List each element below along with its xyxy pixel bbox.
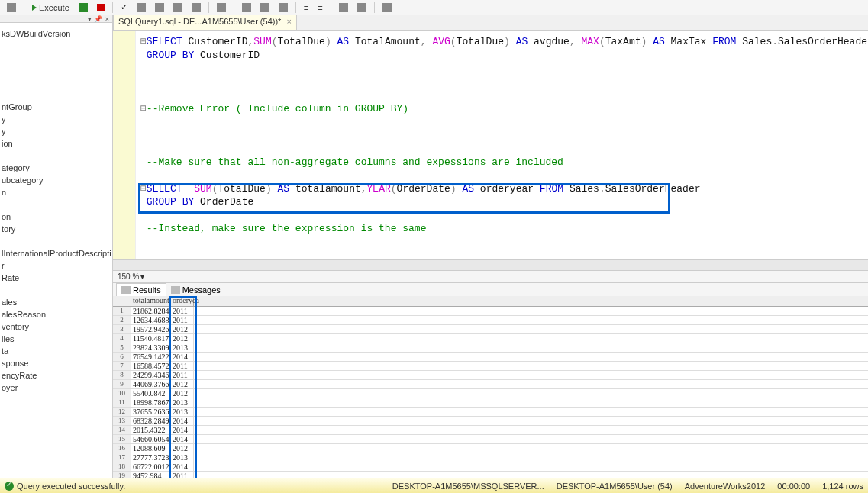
results-grid[interactable]: totalamount orderyea 121862.828420112126… bbox=[113, 296, 868, 478]
tree-item[interactable]: ta bbox=[2, 345, 111, 357]
column-header[interactable]: orderyea bbox=[171, 296, 194, 306]
document-tab[interactable]: SQLQuery1.sql - DE...A1M5655\User (54))*… bbox=[113, 14, 297, 30]
toolbar-icon[interactable] bbox=[3, 1, 20, 14]
cell-totalamount[interactable]: 5540.0842 bbox=[131, 389, 171, 398]
tree-item[interactable]: tory bbox=[2, 223, 111, 235]
cell-orderyear[interactable]: 2014 bbox=[171, 462, 194, 471]
table-row[interactable]: 212634.46882011 bbox=[113, 316, 868, 325]
table-row[interactable]: 1727777.37232013 bbox=[113, 453, 868, 462]
table-row[interactable]: 142015.43222014 bbox=[113, 426, 868, 435]
outdent-button[interactable]: ≡ bbox=[314, 1, 326, 14]
zoom-level[interactable]: 150 % bbox=[118, 272, 139, 281]
tree-item[interactable]: ksDWBuildVersion bbox=[2, 27, 111, 40]
table-row[interactable]: 1368328.28492014 bbox=[113, 417, 868, 426]
tree-view[interactable]: ksDWBuildVersion ntGroupyyion ategoryubc… bbox=[0, 23, 112, 398]
table-row[interactable]: 716588.45722011 bbox=[113, 362, 868, 371]
table-row[interactable]: 319572.94262012 bbox=[113, 325, 868, 334]
cell-totalamount[interactable]: 11540.4817 bbox=[131, 334, 171, 343]
cell-totalamount[interactable]: 16588.4572 bbox=[131, 362, 171, 370]
tree-item[interactable]: lInternationalProductDescription bbox=[2, 247, 111, 259]
table-row[interactable]: 676549.14222014 bbox=[113, 353, 868, 362]
cell-orderyear[interactable]: 2011 bbox=[171, 472, 194, 478]
cell-orderyear[interactable]: 2012 bbox=[171, 334, 194, 343]
cell-orderyear[interactable]: 2014 bbox=[171, 417, 194, 425]
tree-item[interactable]: ales bbox=[2, 296, 111, 308]
pin-icon[interactable]: ▾ 📌 bbox=[86, 15, 104, 22]
table-row[interactable]: 1237655.26362013 bbox=[113, 408, 868, 417]
table-row[interactable]: 1118998.78672013 bbox=[113, 398, 868, 408]
cell-totalamount[interactable]: 21862.8284 bbox=[131, 307, 171, 315]
execute-button[interactable]: Execute bbox=[28, 1, 73, 14]
tree-item[interactable] bbox=[2, 64, 111, 76]
table-row[interactable]: 105540.08422012 bbox=[113, 389, 868, 398]
query-editor[interactable]: ⊟SELECT CustomerID,SUM(TotalDue) AS Tota… bbox=[113, 31, 868, 259]
tree-item[interactable]: ventory bbox=[2, 321, 111, 333]
cell-totalamount[interactable]: 54660.6054 bbox=[131, 435, 171, 443]
toolbar-icon-3[interactable] bbox=[151, 1, 168, 14]
toolbar-icon-10[interactable] bbox=[379, 1, 395, 14]
tree-item[interactable] bbox=[2, 76, 111, 89]
table-row[interactable]: 199452.9842011 bbox=[113, 472, 868, 478]
table-row[interactable]: 944069.37662012 bbox=[113, 380, 868, 389]
cell-orderyear[interactable]: 2012 bbox=[171, 325, 194, 334]
cell-totalamount[interactable]: 44069.3766 bbox=[131, 380, 171, 388]
uncomment-button[interactable] bbox=[353, 1, 370, 14]
tree-item[interactable]: y bbox=[2, 113, 111, 125]
tree-item[interactable]: ntGroup bbox=[2, 101, 111, 113]
cell-orderyear[interactable]: 2012 bbox=[171, 389, 194, 398]
cell-totalamount[interactable]: 23824.3309 bbox=[131, 343, 171, 352]
table-row[interactable]: 1554660.60542014 bbox=[113, 435, 868, 444]
close-tab-icon[interactable]: × bbox=[286, 17, 291, 26]
tree-item[interactable]: alesReason bbox=[2, 308, 111, 321]
cell-totalamount[interactable]: 24299.4346 bbox=[131, 371, 171, 379]
tree-item[interactable]: Rate bbox=[2, 272, 111, 284]
cell-totalamount[interactable]: 2015.4322 bbox=[131, 426, 171, 434]
cell-totalamount[interactable]: 37655.2636 bbox=[131, 408, 171, 416]
tree-item[interactable] bbox=[2, 52, 111, 64]
tree-item[interactable] bbox=[2, 150, 111, 162]
results-tab[interactable]: Results bbox=[116, 283, 166, 297]
cell-totalamount[interactable]: 66722.0012 bbox=[131, 462, 171, 471]
tree-item[interactable]: iles bbox=[2, 333, 111, 345]
tree-item[interactable]: y bbox=[2, 125, 111, 137]
cell-orderyear[interactable]: 2014 bbox=[171, 435, 194, 443]
table-row[interactable]: 824299.43462011 bbox=[113, 371, 868, 380]
cell-totalamount[interactable]: 76549.1422 bbox=[131, 353, 171, 361]
cell-orderyear[interactable]: 2011 bbox=[171, 371, 194, 379]
table-row[interactable]: 411540.48172012 bbox=[113, 334, 868, 343]
code-content[interactable]: ⊟SELECT CustomerID,SUM(TotalDue) AS Tota… bbox=[113, 31, 868, 240]
toolbar-icon-5[interactable] bbox=[188, 1, 205, 14]
toolbar-icon-7[interactable] bbox=[238, 1, 255, 14]
cell-orderyear[interactable]: 2013 bbox=[171, 343, 194, 352]
close-panel-icon[interactable]: × bbox=[104, 15, 111, 22]
tree-item[interactable] bbox=[2, 89, 111, 101]
cell-totalamount[interactable]: 19572.9426 bbox=[131, 325, 171, 334]
tree-item[interactable]: oyer bbox=[2, 382, 111, 394]
cell-totalamount[interactable]: 9452.984 bbox=[131, 472, 171, 478]
cell-orderyear[interactable]: 2013 bbox=[171, 453, 194, 462]
toolbar-icon-4[interactable] bbox=[169, 1, 186, 14]
cell-totalamount[interactable]: 27777.3723 bbox=[131, 453, 171, 462]
tree-item[interactable] bbox=[2, 40, 111, 52]
cell-orderyear[interactable]: 2011 bbox=[171, 307, 194, 315]
cell-orderyear[interactable]: 2012 bbox=[171, 444, 194, 453]
tree-item[interactable] bbox=[2, 284, 111, 296]
tree-item[interactable]: r bbox=[2, 259, 111, 272]
messages-tab[interactable]: Messages bbox=[166, 283, 225, 297]
toolbar-icon-6[interactable] bbox=[213, 1, 230, 14]
cell-orderyear[interactable]: 2014 bbox=[171, 353, 194, 361]
debug-button[interactable] bbox=[75, 1, 92, 14]
table-row[interactable]: 121862.82842011 bbox=[113, 307, 868, 316]
comment-button[interactable] bbox=[335, 1, 352, 14]
collapse-icon[interactable]: ⊟ bbox=[140, 103, 147, 114]
cell-orderyear[interactable]: 2013 bbox=[171, 398, 194, 407]
cell-totalamount[interactable]: 12634.4688 bbox=[131, 316, 171, 324]
column-header[interactable]: totalamount bbox=[131, 296, 171, 306]
tree-item[interactable]: on bbox=[2, 211, 111, 223]
toolbar-icon-8[interactable] bbox=[257, 1, 273, 14]
cell-orderyear[interactable]: 2011 bbox=[171, 362, 194, 370]
tree-item[interactable] bbox=[2, 235, 111, 247]
toolbar-icon-9[interactable] bbox=[275, 1, 292, 14]
tree-item[interactable] bbox=[2, 198, 111, 211]
cell-totalamount[interactable]: 18998.7867 bbox=[131, 398, 171, 407]
